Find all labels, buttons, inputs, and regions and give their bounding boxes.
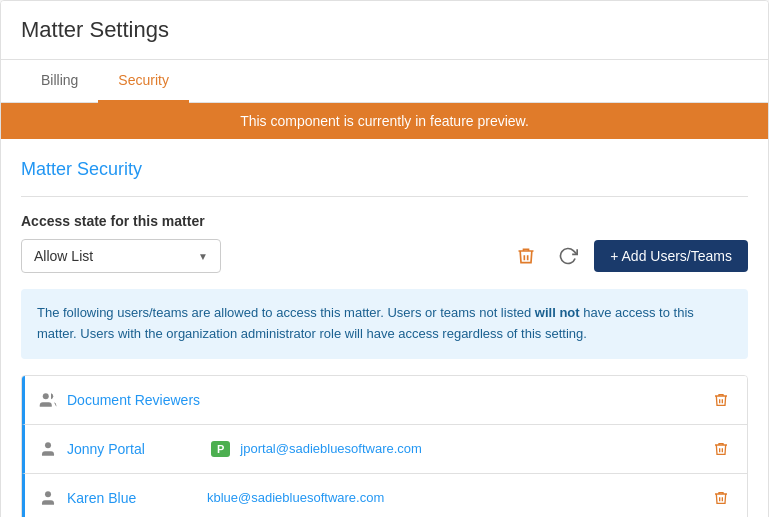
trash-icon bbox=[713, 392, 729, 408]
header: Matter Settings bbox=[1, 1, 768, 60]
access-state-dropdown[interactable]: Allow List ▼ bbox=[21, 239, 221, 273]
chevron-down-icon: ▼ bbox=[198, 251, 208, 262]
content-area: Matter Security Access state for this ma… bbox=[1, 139, 768, 517]
delete-user-button[interactable] bbox=[709, 388, 733, 412]
user-name: Jonny Portal bbox=[67, 441, 197, 457]
group-icon bbox=[39, 391, 57, 409]
user-email: jportal@sadiebluesoftware.com bbox=[240, 441, 699, 456]
user-name: Karen Blue bbox=[67, 490, 197, 506]
user-email: kblue@sadiebluesoftware.com bbox=[207, 490, 699, 505]
section-title: Matter Security bbox=[21, 159, 748, 180]
section-divider bbox=[21, 196, 748, 197]
list-item: Jonny Portal P jportal@sadiebluesoftware… bbox=[22, 425, 747, 474]
refresh-icon-button[interactable] bbox=[552, 240, 584, 272]
delete-user-button[interactable] bbox=[709, 437, 733, 461]
tab-security[interactable]: Security bbox=[98, 60, 189, 103]
tab-billing[interactable]: Billing bbox=[21, 60, 98, 103]
svg-point-2 bbox=[45, 491, 51, 497]
user-badge: P bbox=[211, 441, 230, 457]
trash-icon bbox=[516, 246, 536, 266]
user-name: Document Reviewers bbox=[67, 392, 200, 408]
page-wrapper: Matter Settings Billing Security This co… bbox=[0, 0, 769, 517]
tabs-bar: Billing Security bbox=[1, 60, 768, 103]
svg-point-0 bbox=[43, 393, 49, 399]
page-title: Matter Settings bbox=[21, 17, 748, 43]
list-item: Document Reviewers bbox=[22, 376, 747, 425]
person-icon bbox=[39, 440, 57, 458]
refresh-icon bbox=[558, 246, 578, 266]
add-users-teams-button[interactable]: + Add Users/Teams bbox=[594, 240, 748, 272]
person-icon bbox=[39, 489, 57, 507]
svg-point-1 bbox=[45, 442, 51, 448]
info-box: The following users/teams are allowed to… bbox=[21, 289, 748, 359]
delete-icon-button[interactable] bbox=[510, 240, 542, 272]
toolbar-row: Allow List ▼ + Add Users/Teams bbox=[21, 239, 748, 273]
access-state-label: Access state for this matter bbox=[21, 213, 748, 229]
trash-icon bbox=[713, 441, 729, 457]
delete-user-button[interactable] bbox=[709, 486, 733, 510]
list-item: Karen Blue kblue@sadiebluesoftware.com bbox=[22, 474, 747, 517]
trash-icon bbox=[713, 490, 729, 506]
feature-preview-banner: This component is currently in feature p… bbox=[1, 103, 768, 139]
user-list: Document Reviewers bbox=[21, 375, 748, 517]
